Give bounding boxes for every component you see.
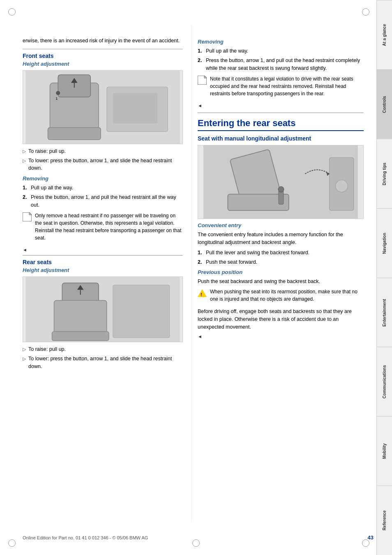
right-note-box: Note that it constitutes a legal violati…	[198, 75, 364, 100]
convenient-entry-header: Convenient entry	[198, 222, 364, 228]
warning-text: When pushing the seat into its rearmost …	[210, 288, 364, 303]
arrow-icon-2: ▷	[23, 157, 26, 164]
divider-entering	[198, 113, 364, 113]
arrow-icon-1: ▷	[23, 148, 26, 155]
sidebar-tab-controls[interactable]: Controls	[377, 69, 392, 139]
convenient-step-1: Pull the lever and swing the backrest fo…	[198, 249, 364, 257]
right-removing-section: Removing Pull up all the way. Press the …	[198, 25, 364, 108]
note-icon-right	[198, 76, 207, 87]
front-remove-step-1: Pull up all the way.	[23, 184, 183, 192]
previous-end-marker: ◄	[198, 334, 202, 339]
page-footer: Online Edition for Part no. 01 41 0 012 …	[23, 534, 374, 541]
entering-rear-seats-header: Entering the rear seats	[198, 118, 364, 131]
arrow-icon-4: ▷	[23, 355, 26, 362]
front-instruction-raise: ▷ To raise: pull up.	[23, 147, 183, 155]
svg-rect-16	[54, 301, 107, 335]
sidebar-tab-driving-tips[interactable]: Driving tips	[377, 139, 392, 208]
sidebar-tab-communications[interactable]: Communications	[377, 347, 392, 416]
front-seats-section: Front seats Height adjustment	[23, 53, 183, 253]
svg-marker-11	[29, 212, 32, 215]
svg-point-29	[336, 180, 348, 192]
arrow-icon-3: ▷	[23, 346, 26, 353]
seat-manual-header: Seat with manual longitudinal adjustment	[198, 135, 364, 142]
front-removing-header: Removing	[23, 175, 183, 182]
page-number: 43	[368, 534, 374, 541]
sidebar-tab-at-a-glance[interactable]: At a glance	[377, 0, 392, 69]
right-remove-step-1: Pull up all the way.	[198, 47, 364, 55]
main-content: erwise, there is an increased risk of in…	[0, 0, 376, 555]
previous-position-note: Before driving off, engage both seats an…	[198, 308, 364, 331]
front-seat-image: 1	[23, 70, 183, 144]
front-end-marker: ◄	[23, 247, 27, 252]
rear-seats-height-header: Height adjustment	[23, 267, 183, 273]
warning-triangle-icon	[198, 288, 207, 297]
svg-rect-7	[48, 127, 101, 140]
front-remove-step-2: Press the button, arrow 1, and pull the …	[23, 193, 183, 209]
note-icon-front	[23, 212, 32, 221]
convenient-entry-desc: The convenient entry feature includes a …	[198, 231, 364, 246]
right-removing-header: Removing	[198, 39, 364, 45]
rear-instruction-lower: ▷ To lower: press the button, arrow 1, a…	[23, 355, 183, 371]
entering-rear-seats-section: Entering the rear seats Seat with manual…	[198, 118, 364, 339]
sidebar-tab-entertainment[interactable]: Entertainment	[377, 278, 392, 347]
seat-manual-image	[198, 145, 364, 219]
corner-decoration-tr	[362, 8, 369, 16]
sidebar-tab-navigation[interactable]: Navigation	[377, 208, 392, 278]
svg-rect-18	[113, 285, 170, 338]
rear-seats-header: Rear seats	[23, 259, 183, 265]
front-note-box: Only remove a head restraint if no passe…	[23, 212, 183, 244]
previous-position-desc: Push the seat backward and swing the bac…	[198, 278, 364, 286]
svg-point-26	[278, 187, 284, 192]
svg-rect-17	[52, 332, 109, 341]
footer-text: Online Edition for Part no. 01 41 0 012 …	[23, 535, 148, 540]
convenient-entry-steps: Pull the lever and swing the backrest fo…	[198, 249, 364, 266]
warning-box: When pushing the seat into its rearmost …	[198, 288, 364, 305]
svg-text:1: 1	[55, 97, 58, 101]
front-height-instructions: ▷ To raise: pull up. ▷ To lower: press t…	[23, 147, 183, 172]
front-note-text: Only remove a head restraint if no passe…	[35, 212, 183, 242]
sidebar-tab-reference[interactable]: Reference	[377, 486, 392, 555]
front-removing-steps: Pull up all the way. Press the button, a…	[23, 184, 183, 209]
sidebar-tab-mobility[interactable]: Mobility	[377, 416, 392, 486]
rear-instruction-raise: ▷ To raise: pull up.	[23, 345, 183, 353]
front-instruction-lower: ▷ To lower: press the button, arrow 1, a…	[23, 157, 183, 173]
intro-text: erwise, there is an increased risk of in…	[23, 25, 183, 45]
right-remove-step-2: Press the button, arrow 1, and pull out …	[198, 57, 364, 72]
front-seats-height-header: Height adjustment	[23, 61, 183, 67]
svg-rect-9	[113, 93, 158, 123]
right-removing-steps: Pull up all the way. Press the button, a…	[198, 47, 364, 72]
corner-decoration-tl	[8, 8, 16, 16]
right-sidebar: At a glance Controls Driving tips Naviga…	[376, 0, 392, 555]
right-end-marker: ◄	[198, 103, 202, 108]
previous-position-header: Previous position	[198, 269, 364, 275]
convenient-step-2: Push the seat forward.	[198, 258, 364, 266]
left-column: erwise, there is an increased risk of in…	[23, 25, 191, 522]
corner-decoration-bl	[8, 539, 16, 547]
divider-rear-seats	[23, 255, 183, 256]
svg-point-5	[56, 91, 60, 95]
front-seats-header: Front seats	[23, 53, 183, 59]
right-column: Removing Pull up all the way. Press the …	[191, 25, 364, 522]
rear-seat-image	[23, 276, 183, 342]
svg-marker-20	[204, 76, 207, 78]
page-wrapper: At a glance Controls Driving tips Naviga…	[0, 0, 392, 555]
rear-seats-section: Rear seats Height adjustment	[23, 259, 183, 370]
right-note-text: Note that it constitutes a legal violati…	[210, 75, 364, 97]
divider-front-seats	[23, 49, 183, 49]
rear-height-instructions: ▷ To raise: pull up. ▷ To lower: press t…	[23, 345, 183, 370]
